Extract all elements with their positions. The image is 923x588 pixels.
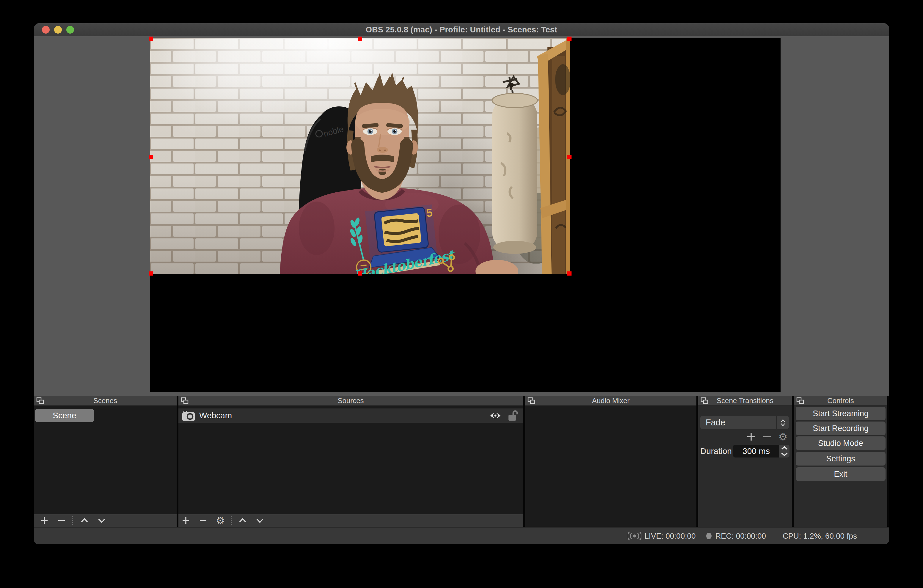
start-streaming-button[interactable]: Start Streaming: [796, 407, 885, 420]
window-title: OBS 25.0.8 (mac) - Profile: Untitled - S…: [34, 23, 889, 36]
scenes-panel-header[interactable]: Scenes: [34, 396, 177, 406]
sources-toolbar: ⚙: [178, 514, 523, 527]
resize-handle-mid-right[interactable]: [567, 155, 572, 159]
scene-move-up-button[interactable]: [80, 516, 89, 525]
combo-chevrons-icon[interactable]: [777, 416, 789, 429]
popout-icon: [36, 397, 44, 406]
source-row-webcam[interactable]: Webcam: [178, 409, 523, 423]
add-scene-button[interactable]: [40, 516, 49, 525]
rec-time: REC: 00:00:00: [715, 532, 766, 541]
audio-mixer-panel: Audio Mixer: [525, 396, 696, 527]
audio-mixer-body: [525, 406, 696, 527]
dock-area: Scenes Scene Sources: [34, 396, 889, 527]
sources-list: Webcam: [178, 406, 523, 527]
transition-properties-gear-icon[interactable]: ⚙: [778, 432, 787, 441]
spin-down-icon[interactable]: [779, 451, 790, 458]
scene-transitions-panel-title: Scene Transitions: [698, 396, 792, 406]
add-source-button[interactable]: [181, 516, 190, 525]
source-move-up-button[interactable]: [238, 516, 247, 525]
sources-panel-title: Sources: [178, 396, 523, 406]
live-time: LIVE: 00:00:00: [644, 532, 696, 541]
scene-transitions-body: Fade ⚙ Duration 300 ms: [698, 406, 792, 527]
transition-select[interactable]: Fade: [700, 416, 789, 429]
duration-input[interactable]: 300 ms: [733, 445, 779, 458]
source-move-down-button[interactable]: [255, 516, 264, 525]
settings-button[interactable]: Settings: [796, 452, 885, 465]
sources-panel: Sources Webcam: [178, 396, 523, 527]
spin-up-icon[interactable]: [779, 445, 790, 451]
controls-panel-header[interactable]: Controls: [794, 396, 887, 406]
program-canvas: noble: [150, 38, 780, 392]
cpu-fps: CPU: 1.2%, 60.00 fps: [783, 532, 857, 541]
remove-transition-button[interactable]: [762, 432, 771, 441]
resize-handle-top-left[interactable]: [149, 36, 153, 41]
title-bar[interactable]: OBS 25.0.8 (mac) - Profile: Untitled - S…: [34, 23, 889, 36]
popout-icon: [181, 397, 189, 406]
scene-transitions-panel-header[interactable]: Scene Transitions: [698, 396, 792, 406]
popout-icon: [527, 397, 535, 406]
transition-actions: ⚙: [698, 431, 787, 442]
resize-handle-top-right[interactable]: [567, 36, 572, 41]
scenes-list: Scene: [34, 406, 177, 527]
resize-handle-bottom-center[interactable]: [358, 271, 362, 276]
webcam-video-frame: noble: [150, 38, 570, 274]
resize-handle-bottom-left[interactable]: [149, 271, 153, 276]
toolbar-divider: [231, 516, 232, 525]
preview-area: noble: [34, 36, 889, 396]
start-recording-button[interactable]: Start Recording: [796, 422, 885, 435]
add-transition-button[interactable]: [746, 432, 755, 441]
broadcast-icon: [628, 531, 641, 541]
popout-icon: [701, 397, 708, 406]
toolbar-divider: [72, 516, 73, 525]
audio-mixer-panel-title: Audio Mixer: [525, 396, 696, 406]
obs-window: OBS 25.0.8 (mac) - Profile: Untitled - S…: [34, 23, 889, 544]
source-name: Webcam: [199, 409, 232, 423]
unlock-icon[interactable]: [507, 410, 518, 422]
scenes-panel-title: Scenes: [34, 396, 177, 406]
sources-panel-header[interactable]: Sources: [178, 396, 523, 406]
resize-handle-mid-left[interactable]: [149, 155, 153, 159]
exit-button[interactable]: Exit: [796, 467, 885, 481]
scenes-toolbar: [34, 514, 177, 527]
audio-mixer-panel-header[interactable]: Audio Mixer: [525, 396, 696, 406]
resize-handle-bottom-right[interactable]: [567, 271, 572, 276]
status-bar: LIVE: 00:00:00 REC: 00:00:00 CPU: 1.2%, …: [34, 528, 889, 544]
visibility-eye-icon[interactable]: [490, 411, 501, 421]
svg-text:5: 5: [425, 206, 433, 219]
remove-scene-button[interactable]: [57, 516, 66, 525]
controls-body: Start Streaming Start Recording Studio M…: [794, 406, 887, 527]
controls-panel: Controls Start Streaming Start Recording…: [794, 396, 887, 527]
scene-move-down-button[interactable]: [97, 516, 106, 525]
duration-label: Duration: [700, 445, 732, 458]
scene-transitions-panel: Scene Transitions Fade ⚙ Duration 300 ms: [698, 396, 792, 527]
source-properties-gear-icon[interactable]: ⚙: [216, 516, 225, 525]
camera-source-icon: [182, 410, 195, 423]
popout-icon: [797, 397, 804, 406]
duration-spinner: [779, 445, 790, 458]
controls-panel-title: Controls: [794, 396, 887, 406]
webcam-video-source[interactable]: noble: [150, 38, 570, 274]
transition-selected-value: Fade: [706, 416, 725, 429]
remove-source-button[interactable]: [199, 516, 207, 525]
scene-list-item[interactable]: Scene: [35, 409, 94, 422]
scenes-panel: Scenes Scene: [34, 396, 177, 527]
resize-handle-top-center[interactable]: [358, 36, 362, 41]
studio-mode-button[interactable]: Studio Mode: [796, 436, 885, 450]
record-dot-icon: [706, 532, 712, 540]
